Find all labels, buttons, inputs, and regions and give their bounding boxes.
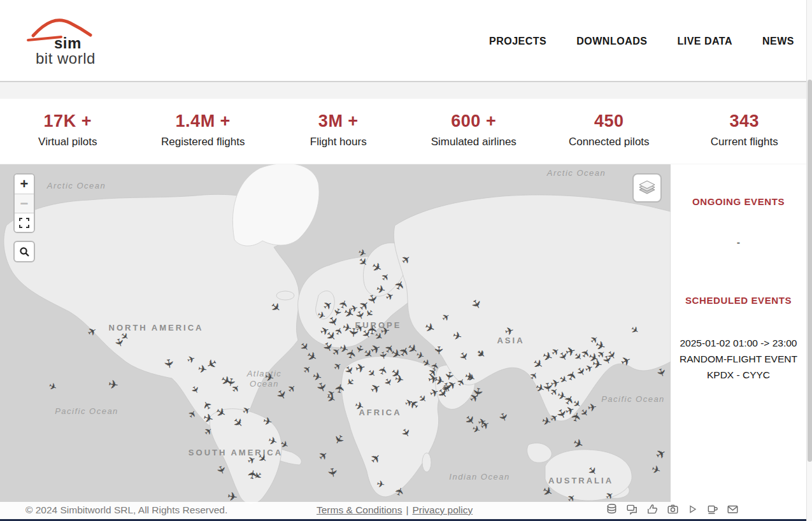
event-name: RANDOM-FLIGHT EVENT: [671, 351, 806, 367]
stats-bar: 17K + Virtual pilots 1.4M + Registered f…: [0, 99, 812, 164]
link-separator: |: [406, 504, 408, 515]
stat-connected-pilots: 450 Connected pilots: [541, 99, 677, 164]
stat-label: Virtual pilots: [0, 136, 136, 148]
terms-link[interactable]: Terms & Conditions: [317, 504, 402, 515]
aircraft-marker[interactable]: ✈: [433, 346, 444, 355]
map-search-button[interactable]: [13, 241, 35, 262]
map-zoom-control: + −: [13, 173, 35, 233]
stat-label: Current flights: [677, 136, 812, 148]
stat-virtual-pilots: 17K + Virtual pilots: [0, 99, 136, 164]
stat-value: 3M +: [271, 111, 406, 131]
zoom-in-button[interactable]: +: [15, 175, 34, 194]
stat-label: Simulated airlines: [406, 136, 542, 148]
aircraft-marker[interactable]: ✈: [443, 371, 455, 382]
play-icon[interactable]: [687, 504, 698, 515]
simbitworld-logo[interactable]: sim bit world: [19, 6, 108, 73]
aircraft-marker[interactable]: ✈: [376, 479, 386, 490]
stat-value: 17K +: [0, 111, 136, 131]
aircraft-marker[interactable]: ✈: [380, 325, 391, 337]
scheduled-events-title: SCHEDULED EVENTS: [671, 295, 806, 306]
nav-projects[interactable]: PROJECTS: [489, 36, 546, 47]
email-icon[interactable]: [727, 503, 739, 515]
privacy-link[interactable]: Privacy policy: [412, 504, 473, 515]
stat-value: 450: [541, 111, 677, 131]
scrollbar-thumb[interactable]: [808, 80, 812, 462]
stat-simulated-airlines: 600 + Simulated airlines: [406, 99, 542, 164]
nav-downloads[interactable]: DOWNLOADS: [576, 36, 647, 47]
database-icon[interactable]: [606, 503, 618, 515]
site-footer: © 2024 Simbitworld SRL, All Rights Reser…: [0, 502, 812, 519]
event-route: KPDX - CYYC: [671, 367, 806, 383]
event-time: 2025-01-02 01:00 -> 23:00: [671, 335, 806, 351]
stat-value: 600 +: [406, 111, 542, 131]
ongoing-events-empty: -: [671, 237, 806, 248]
aircraft-marker[interactable]: ✈: [325, 467, 339, 479]
footer-icon-bar: [606, 503, 739, 515]
forum-icon[interactable]: [626, 503, 638, 515]
nav-live-data[interactable]: LIVE DATA: [677, 36, 732, 47]
mug-icon[interactable]: [706, 503, 718, 515]
ongoing-events-title: ONGOING EVENTS: [671, 196, 806, 207]
aircraft-marker[interactable]: ✈: [162, 358, 175, 370]
stat-label: Registered flights: [136, 136, 271, 148]
logo-text-bitworld: bit world: [36, 50, 96, 68]
map-layers-button[interactable]: [632, 173, 662, 203]
stat-current-flights: 343 Current flights: [677, 99, 812, 164]
zoom-out-button[interactable]: −: [15, 194, 34, 213]
aircraft-marker[interactable]: ✈: [587, 401, 598, 413]
stat-value: 343: [677, 111, 812, 131]
fullscreen-button[interactable]: [15, 213, 34, 232]
scheduled-event-item[interactable]: 2025-01-02 01:00 -> 23:00 RANDOM-FLIGHT …: [671, 335, 806, 383]
thumbs-up-icon[interactable]: [646, 503, 659, 515]
stat-label: Flight hours: [271, 136, 406, 148]
aircraft-marker[interactable]: ✈: [108, 378, 120, 391]
site-header: sim bit world PROJECTS DOWNLOADS LIVE DA…: [0, 0, 812, 82]
stat-registered-flights: 1.4M + Registered flights: [136, 99, 271, 164]
stat-value: 1.4M +: [136, 111, 271, 131]
stat-label: Connected pilots: [541, 136, 677, 148]
layers-icon: [638, 180, 656, 196]
camera-icon[interactable]: [667, 503, 679, 515]
copyright-text: © 2024 Simbitworld SRL, All Rights Reser…: [25, 504, 227, 516]
footer-links: Terms & Conditions|Privacy policy: [317, 504, 473, 516]
nav-news[interactable]: NEWS: [762, 36, 794, 47]
live-flight-map[interactable]: Arctic OceanArctic OceanNORTH AMERICAEUR…: [0, 164, 671, 521]
search-icon: [19, 246, 30, 257]
events-sidebar: ONGOING EVENTS - SCHEDULED EVENTS 2025-0…: [671, 164, 806, 521]
stat-flight-hours: 3M + Flight hours: [271, 99, 406, 164]
fullscreen-icon: [19, 218, 29, 228]
main-nav: PROJECTS DOWNLOADS LIVE DATA NEWS: [489, 0, 794, 82]
page-scrollbar: [806, 0, 812, 521]
